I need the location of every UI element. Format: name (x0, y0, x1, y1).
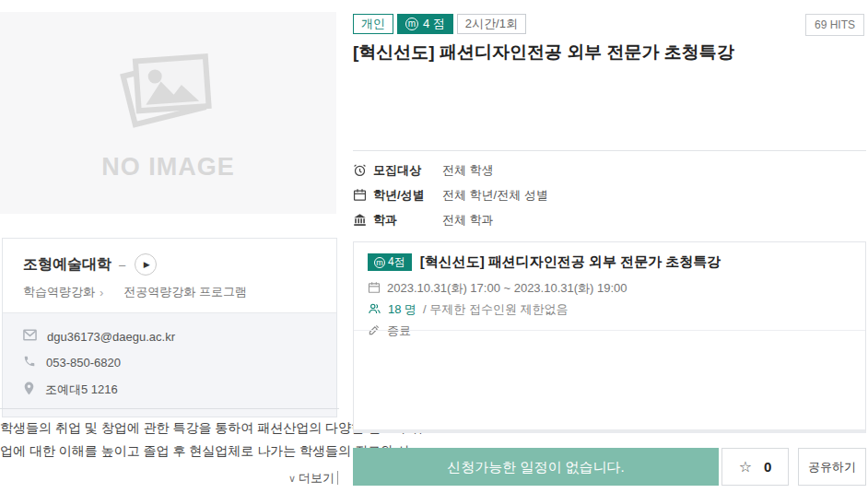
schedule-capacity-row: 18 명 / 무제한 접수인원 제한없음 (368, 299, 851, 320)
star-icon: ☆ (739, 458, 752, 475)
play-icon: ▶ (144, 260, 150, 269)
description-line: 업에 대한 이해를 높이고 졸업 후 현실업체로 나가는 학생들의 진로와 사… (0, 440, 339, 463)
program-detail-panel: 개인 m 4 점 2시간/1회 69 HITS [혁신선도] 패션디자인전공 외… (353, 0, 866, 493)
schedule-mileage-badge: m 4점 (368, 253, 412, 271)
organization-card: 조형예술대학 – ▶ 학습역량강화 › 전공역량강화 프로그램 dgu36173… (2, 238, 337, 417)
phone-text: 053-850-6820 (46, 356, 121, 370)
info-row-grade-gender: 학년/성별 전체 학년/전체 성별 (353, 182, 866, 207)
schedule-status-row: 종료 (368, 321, 851, 341)
location-row: 조예대5 1216 (23, 381, 316, 398)
pen-icon (368, 323, 381, 339)
schedule-card[interactable]: m 4점 [혁신선도] 패션디자인전공 외부 전문가 초청특강 2023.10.… (353, 241, 866, 433)
mileage-points: 4 점 (423, 16, 445, 32)
schedule-mileage-points: 4점 (388, 254, 405, 270)
chevron-down-icon: ∨ (288, 473, 296, 484)
people-icon (368, 302, 381, 318)
breadcrumb: 학습역량강화 › 전공역량강화 프로그램 (23, 284, 316, 300)
no-image-placeholder: NO IMAGE (0, 12, 336, 214)
description-line: 학생들의 취업 및 창업에 관한 특강을 통하여 패션산업의 다양한 진로와 취 (0, 417, 339, 440)
schedule-date: 2023.10.31(화) 17:00 ~ 2023.10.31(화) 19:0… (387, 280, 628, 297)
photo-icon (117, 44, 220, 133)
organization-dash: – (119, 258, 125, 272)
program-description: 학생들의 취업 및 창업에 관한 특강을 통하여 패션산업의 다양한 진로와 취… (0, 408, 339, 487)
info-label: 모집대상 (373, 162, 442, 179)
schedule-date-row: 2023.10.31(화) 17:00 ~ 2023.10.31(화) 19:0… (368, 278, 851, 299)
location-text: 조예대5 1216 (45, 381, 118, 398)
schedule-status: 종료 (387, 323, 411, 339)
map-pin-icon (23, 381, 45, 398)
chevron-right-icon: › (100, 286, 103, 299)
more-label: 더보기 (299, 471, 334, 485)
no-schedule-notice: 신청가능한 일정이 없습니다. (353, 448, 719, 486)
breadcrumb-category[interactable]: 학습역량강화 (23, 284, 95, 300)
calendar-icon (353, 188, 373, 202)
hits-badge: 69 HITS (805, 14, 864, 36)
share-button[interactable]: 공유하기 (798, 448, 866, 486)
info-rows: 모집대상 전체 학생 학년/성별 전체 학년/전체 성별 (353, 158, 866, 232)
badge-row: 개인 m 4 점 2시간/1회 (353, 14, 526, 34)
alarm-clock-icon (353, 163, 373, 177)
calendar-icon (368, 281, 381, 297)
info-label: 학년/성별 (373, 187, 442, 204)
info-label: 학과 (373, 212, 442, 229)
mileage-icon: m (374, 257, 385, 268)
mileage-icon: m (405, 18, 418, 30)
capacity-limit: / 무제한 접수인원 제한없음 (423, 301, 568, 318)
info-row-target: 모집대상 전체 학생 (353, 158, 866, 182)
phone-row: 053-850-6820 (23, 355, 316, 370)
phone-icon (23, 355, 46, 370)
favorite-button[interactable]: ☆ 0 (721, 448, 789, 486)
organization-name: 조형예술대학 (23, 255, 111, 275)
more-button[interactable]: ∨더보기 (288, 471, 338, 485)
info-row-department: 학과 전체 학과 (353, 207, 866, 232)
email-text: dgu36173@daegu.ac.kr (47, 330, 175, 344)
schedule-title: [혁신선도] 패션디자인전공 외부 전문가 초청특강 (420, 253, 721, 271)
info-value: 전체 학생 (442, 162, 494, 179)
divider (354, 330, 865, 331)
organization-contacts: dgu36173@daegu.ac.kr 053-850-6820 조예대5 1… (3, 312, 336, 417)
page-title: [혁신선도] 패션디자인전공 외부 전문가 초청특강 (353, 41, 734, 65)
badge-personal: 개인 (353, 14, 393, 34)
capacity-current: 18 명 (388, 301, 416, 318)
envelope-icon (23, 329, 47, 344)
info-value: 전체 학년/전체 성별 (442, 187, 548, 204)
info-value: 전체 학과 (442, 212, 494, 229)
badge-mileage: m 4 점 (397, 14, 453, 34)
expand-play-button[interactable]: ▶ (135, 253, 157, 276)
organization-header: 조형예술대학 – ▶ 학습역량강화 › 전공역량강화 프로그램 (3, 239, 336, 312)
badge-duration: 2시간/1회 (457, 14, 526, 34)
breadcrumb-program-type[interactable]: 전공역량강화 프로그램 (123, 284, 247, 300)
no-image-label: NO IMAGE (101, 153, 235, 182)
action-bar: 신청가능한 일정이 없습니다. ☆ 0 공유하기 (353, 448, 866, 486)
bank-icon (353, 213, 373, 227)
divider (353, 150, 866, 151)
favorite-count: 0 (764, 459, 771, 475)
email-row: dgu36173@daegu.ac.kr (23, 329, 316, 344)
